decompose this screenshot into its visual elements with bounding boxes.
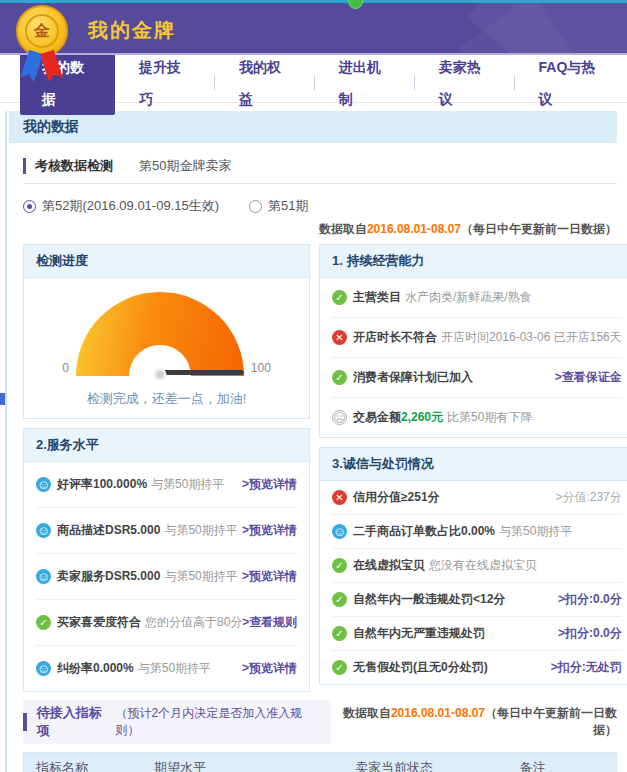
check-icon: ✓ — [36, 615, 51, 630]
tab-faq[interactable]: FAQ与热议 — [515, 51, 627, 115]
pending-title-bar — [23, 713, 27, 731]
table-header-row: 指标名称 期望水平 卖家当前状态 备注 — [24, 753, 616, 772]
check-icon: ✓ — [332, 558, 347, 573]
page-banner: 我的金牌 — [0, 3, 627, 55]
view-rules-link[interactable]: >查看规则 — [242, 614, 297, 631]
card-title: 3.诚信与处罚情况 — [320, 448, 627, 481]
data-source-note: 数据取自2016.08.01-08.07（每日中午更新前一日数据） — [331, 705, 617, 739]
credit-score-note: >分值:237分 — [555, 489, 621, 506]
gauge-min-label: 0 — [62, 361, 69, 376]
card-title: 检测进度 — [24, 245, 309, 278]
metric-row: ☺ 好评率100.000% 与第50期持平 >预览详情 — [36, 462, 297, 507]
card-integrity-penalty: 3.诚信与处罚情况 ✕ 信用分值≥251分 >分值:237分 ☺ 二手商品订单数… — [319, 447, 627, 685]
radio-selected-icon — [23, 200, 36, 213]
gauge-max-label: 100 — [251, 361, 271, 376]
radio-period-51[interactable]: 第51期 — [249, 197, 308, 215]
deduction-link[interactable]: >扣分:无处罚 — [551, 659, 622, 676]
check-icon: ✓ — [332, 370, 347, 385]
gauge-needle — [160, 370, 244, 375]
cross-icon: ✕ — [332, 490, 347, 505]
card-title: 2.服务水平 — [24, 429, 309, 462]
subtab-period50-sellers[interactable]: 第50期金牌卖家 — [139, 157, 231, 175]
deduction-link[interactable]: >扣分:0.0分 — [558, 591, 622, 608]
trade-amount: 2,260元 — [401, 409, 443, 426]
card-title: 1. 持续经营能力 — [320, 245, 627, 278]
my-gold-medal-page: 我的金牌 金 我的数据 提升技巧 我的权益 进出机制 卖家热议 FAQ与热议 我… — [0, 0, 627, 772]
view-deposit-link[interactable]: >查看保证金 — [555, 369, 622, 386]
preview-detail-link[interactable]: >预览详情 — [242, 522, 297, 539]
metric-row: ✓ 自然年内无严重违规处罚 >扣分:0.0分 — [332, 616, 622, 650]
card-detection-progress: 检测进度 0 100 检测完成，还差一点 — [23, 244, 310, 419]
progress-gauge: 0 100 — [24, 292, 309, 376]
smile-icon: ☺ — [36, 661, 51, 676]
metric-row: ☺ 二手商品订单数占比0.00% 与第50期持平 — [332, 514, 622, 548]
gauge-arc — [76, 292, 244, 376]
radio-period-52[interactable]: 第52期(2016.09.01-09.15生效) — [23, 197, 219, 215]
pending-indicators-table: 指标名称 期望水平 卖家当前状态 备注 24 发货速度 平均发货时长≤24小时 … — [23, 752, 617, 772]
preview-detail-link[interactable]: >预览详情 — [242, 568, 297, 585]
gold-medal-icon: 金 — [16, 5, 70, 85]
metric-row: ✓ 在线虚拟宝贝 您没有在线虚拟宝贝 — [332, 548, 622, 582]
metric-row: ✓ 无售假处罚(且无0分处罚) >扣分:无处罚 — [332, 650, 622, 684]
smile-icon: ☺ — [36, 477, 51, 492]
sub-tabs: 考核数据检测 第50期金牌卖家 — [23, 157, 617, 184]
smile-icon: ☺ — [36, 569, 51, 584]
data-source-note: 数据取自2016.08.01-08.07（每日中午更新前一日数据） — [23, 221, 617, 238]
page-title: 我的金牌 — [88, 17, 176, 44]
gauge-caption: 检测完成，还差一点，加油! — [24, 390, 309, 408]
radio-unselected-icon — [249, 200, 262, 213]
active-subtab-bar — [23, 158, 26, 174]
metric-row: ✓ 主营类目 水产肉类/新鲜蔬果/熟食 — [332, 278, 622, 317]
medal-ribbon-blue — [20, 49, 44, 82]
check-icon: ✓ — [332, 290, 347, 305]
deduction-link[interactable]: >扣分:0.0分 — [558, 625, 622, 642]
smile-icon: ☺ — [36, 523, 51, 538]
pending-subtitle: （预计2个月内决定是否加入准入规则） — [115, 705, 317, 739]
cross-icon: ✕ — [332, 330, 347, 345]
metric-row: ✓ 买家喜爱度符合 您的分值高于80分 >查看规则 — [36, 599, 297, 645]
card-service-level: 2.服务水平 ☺ 好评率100.000% 与第50期持平 >预览详情 ☺ — [23, 428, 310, 692]
check-icon: ✓ — [332, 660, 347, 675]
left-edge-marker — [0, 393, 5, 405]
card-business-capability: 1. 持续经营能力 ✓ 主营类目 水产肉类/新鲜蔬果/熟食 ✕ 开店时长不符合 … — [319, 244, 627, 438]
metric-row: ✕ 开店时长不符合 开店时间2016-03-06 已开店156天 — [332, 317, 622, 357]
smile-icon: ☺ — [332, 524, 347, 539]
check-icon: ✓ — [332, 626, 347, 641]
main-tabs: 我的数据 提升技巧 我的权益 进出机制 卖家热议 FAQ与热议 — [20, 67, 627, 99]
preview-detail-link[interactable]: >预览详情 — [242, 660, 297, 677]
metric-row: ✓ 消费者保障计划已加入 >查看保证金 — [332, 357, 622, 397]
tab-seller-discussion[interactable]: 卖家热议 — [415, 51, 514, 115]
tab-improve-skills[interactable]: 提升技巧 — [115, 51, 214, 115]
metric-row: ☺ 商品描述DSR5.000 与第50期持平 >预览详情 — [36, 507, 297, 553]
preview-detail-link[interactable]: >预览详情 — [242, 476, 297, 493]
period-radio-group: 第52期(2016.09.01-09.15生效) 第51期 — [23, 197, 617, 215]
check-icon: ✓ — [332, 592, 347, 607]
metric-row: ☹ 交易金额 2,260元 比第50期有下降 — [332, 397, 622, 437]
tab-my-benefits[interactable]: 我的权益 — [215, 51, 314, 115]
main-content: 我的数据 考核数据检测 第50期金牌卖家 第52期(2016.09.01-09.… — [5, 111, 617, 772]
metric-row: ☺ 卖家服务DSR5.000 与第50期持平 >预览详情 — [36, 553, 297, 599]
metric-row: ☺ 纠纷率0.000% 与第50期持平 >预览详情 — [36, 645, 297, 691]
sad-icon: ☹ — [332, 410, 347, 425]
tab-entry-exit-rules[interactable]: 进出机制 — [315, 51, 414, 115]
gauge-hub — [153, 368, 166, 381]
pending-title: 待接入指标项 — [37, 704, 112, 740]
pending-indicators-header: 待接入指标项 （预计2个月内决定是否加入准入规则） 数据取自2016.08.01… — [23, 700, 617, 744]
medal-ribbon-red — [40, 49, 64, 82]
section-title: 我的数据 — [9, 111, 617, 143]
metric-row: ✕ 信用分值≥251分 >分值:237分 — [332, 481, 622, 514]
subtab-assessment-data[interactable]: 考核数据检测 — [23, 157, 113, 175]
metric-row: ✓ 自然年内一般违规处罚<12分 >扣分:0.0分 — [332, 582, 622, 616]
